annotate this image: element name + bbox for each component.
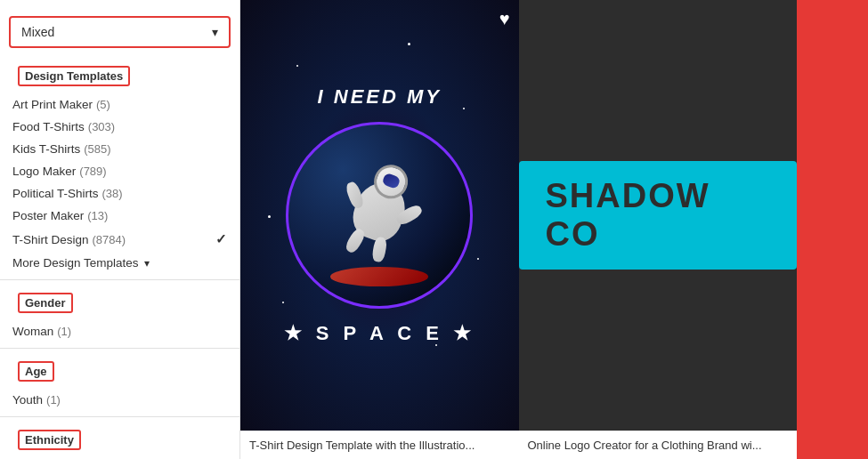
cards-grid: ♥ I NEED MY bbox=[240, 0, 868, 459]
card-partial-red[interactable] bbox=[797, 0, 868, 459]
age-label: Age bbox=[18, 361, 54, 382]
divider bbox=[0, 416, 239, 417]
item-label: Poster Maker bbox=[12, 209, 84, 222]
more-design-templates-button[interactable]: More Design Templates ▾ bbox=[0, 252, 239, 274]
shadow-co-logo: SHADOW CO bbox=[519, 161, 798, 270]
item-count: (8784) bbox=[93, 233, 126, 246]
item-label: Food T-Shirts bbox=[12, 120, 85, 133]
item-count: (789) bbox=[79, 165, 106, 178]
divider bbox=[0, 279, 239, 280]
ethnicity-label: Ethnicity bbox=[18, 430, 81, 450]
sidebar-item-art-print-maker[interactable]: Art Print Maker (5) bbox=[0, 93, 239, 116]
checkmark-icon: ✓ bbox=[215, 231, 227, 247]
item-count: (1) bbox=[46, 393, 61, 407]
sidebar-item-logo-maker[interactable]: Logo Maker (789) bbox=[0, 160, 239, 182]
item-count: (585) bbox=[84, 142, 110, 156]
sidebar-item-poster-maker[interactable]: Poster Maker (13) bbox=[0, 205, 239, 227]
shadow-co-text: SHADOW CO bbox=[546, 177, 771, 254]
item-label: Political T-Shirts bbox=[12, 187, 99, 200]
float-ring bbox=[330, 267, 428, 286]
astronaut-circle-container bbox=[281, 117, 477, 313]
divider bbox=[0, 348, 239, 349]
item-count: (13) bbox=[87, 209, 108, 222]
design-templates-label: Design Templates bbox=[18, 66, 130, 86]
more-templates-label: More Design Templates bbox=[12, 256, 139, 270]
chevron-down-icon: ▾ bbox=[144, 257, 150, 270]
sidebar-item-woman[interactable]: Woman (1) bbox=[0, 320, 239, 342]
chevron-down-icon: ▾ bbox=[212, 25, 218, 39]
gender-label: Gender bbox=[18, 293, 73, 313]
card-astronaut[interactable]: ♥ I NEED MY bbox=[240, 0, 519, 459]
card-shadow-co-image: SHADOW CO bbox=[519, 0, 798, 431]
card-text-bottom: ★ S P A C E ★ bbox=[284, 322, 475, 345]
sidebar: Mixed ▾ Design Templates Art Print Maker… bbox=[0, 0, 240, 459]
item-count: (5) bbox=[96, 98, 110, 111]
mixed-dropdown[interactable]: Mixed ▾ bbox=[9, 16, 231, 48]
item-label: Youth bbox=[12, 393, 43, 407]
sidebar-item-tshirt-design[interactable]: T-Shirt Design (8784) ✓ bbox=[0, 227, 239, 252]
sidebar-item-food-tshirts[interactable]: Food T-Shirts (303) bbox=[0, 116, 239, 138]
sidebar-item-youth[interactable]: Youth (1) bbox=[0, 389, 239, 411]
card-astronaut-image: ♥ I NEED MY bbox=[240, 0, 519, 431]
dropdown-value: Mixed bbox=[21, 25, 54, 39]
sidebar-item-kids-tshirts[interactable]: Kids T-Shirts (585) bbox=[0, 138, 239, 160]
item-count: (1) bbox=[57, 325, 71, 338]
item-count: (38) bbox=[102, 187, 123, 200]
card-text-top: I NEED MY bbox=[318, 85, 442, 109]
main-content: ♥ I NEED MY bbox=[240, 0, 868, 459]
sidebar-item-political-tshirts[interactable]: Political T-Shirts (38) bbox=[0, 182, 239, 205]
card-caption: T-Shirt Design Template with the Illustr… bbox=[240, 431, 519, 459]
item-label: Woman bbox=[12, 325, 53, 338]
card-2-caption: Online Logo Creator for a Clothing Brand… bbox=[519, 431, 798, 459]
item-count: (303) bbox=[88, 120, 115, 133]
item-label: Art Print Maker bbox=[12, 98, 93, 111]
item-label: Logo Maker bbox=[12, 165, 76, 178]
item-label: Kids T-Shirts bbox=[12, 142, 80, 156]
item-label: T-Shirt Design bbox=[12, 233, 89, 246]
heart-icon[interactable]: ♥ bbox=[499, 9, 510, 29]
card-shadow-co[interactable]: SHADOW CO Online Logo Creator for a Clot… bbox=[519, 0, 798, 459]
